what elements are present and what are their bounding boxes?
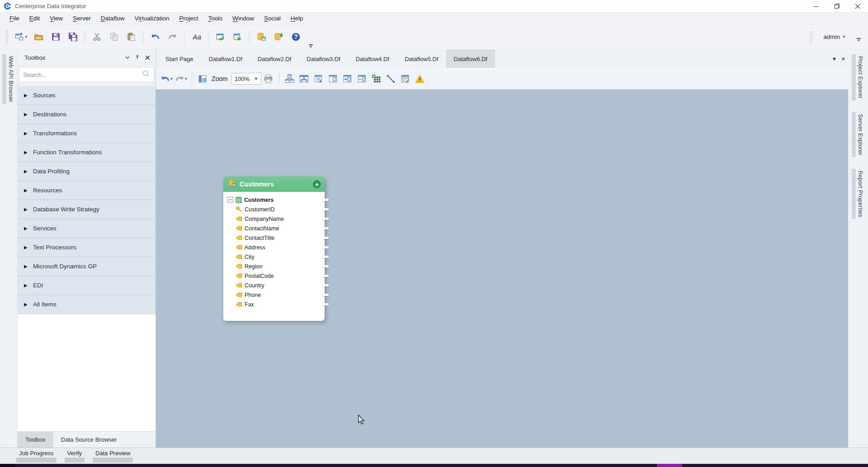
undo-button[interactable]: ▼: [160, 71, 174, 86]
add-grid-object-button[interactable]: [369, 71, 384, 86]
menu-edit[interactable]: Edit: [24, 14, 45, 23]
diagram-overview-button[interactable]: [195, 71, 210, 86]
redo-button[interactable]: [165, 29, 180, 45]
output-port[interactable]: [323, 208, 329, 210]
document-tab-dataflow4-df[interactable]: Dataflow4.Df: [348, 50, 397, 68]
print-button[interactable]: [261, 71, 276, 86]
panel-tab-toolbox[interactable]: Toolbox: [18, 432, 53, 448]
node-field-phone[interactable]: Phone: [223, 290, 325, 300]
output-port[interactable]: [323, 256, 329, 258]
menu-view[interactable]: View: [45, 14, 68, 23]
save-button[interactable]: [48, 29, 63, 45]
paste-button[interactable]: [123, 29, 139, 45]
output-port[interactable]: [323, 275, 329, 277]
node-field-city[interactable]: City: [223, 252, 325, 262]
minimize-button[interactable]: [806, 0, 826, 12]
output-port[interactable]: [323, 303, 329, 305]
bottom-tab-job-progress[interactable]: Job Progress: [16, 448, 57, 462]
swap-panels-button[interactable]: [355, 71, 369, 86]
output-port[interactable]: [323, 227, 329, 229]
node-field-country[interactable]: Country: [223, 281, 325, 290]
cut-button[interactable]: [89, 29, 104, 45]
menu-window[interactable]: Window: [227, 14, 259, 23]
deploy-database-button[interactable]: [254, 29, 269, 45]
document-tab-start page[interactable]: Start Page: [158, 50, 201, 68]
toolbox-category-microsoft-dynamics-gp[interactable]: ▶Microsoft Dynamics GP: [18, 257, 156, 276]
toolbox-category-resources[interactable]: ▶Resources: [18, 181, 156, 200]
auto-layout-button[interactable]: [283, 71, 297, 86]
import-database-button[interactable]: [271, 29, 286, 45]
toolbar-grip-right[interactable]: [810, 31, 812, 43]
node-field-address[interactable]: Address: [223, 243, 325, 252]
collapse-expander-icon[interactable]: −: [227, 197, 233, 203]
node-field-customerid[interactable]: CustomerID: [223, 205, 325, 214]
menu-project[interactable]: Project: [174, 14, 203, 23]
bottom-tab-data-preview[interactable]: Data Preview: [93, 448, 133, 462]
show-properties-panel-button[interactable]: [326, 71, 340, 86]
output-port[interactable]: [323, 265, 329, 267]
output-port[interactable]: [323, 218, 329, 220]
show-warnings-button[interactable]: [413, 71, 427, 86]
verify-window-button[interactable]: [212, 29, 228, 45]
run-dataflow-button[interactable]: [230, 29, 245, 45]
menu-virtualization[interactable]: Virtualization: [129, 14, 174, 23]
node-field-companyname[interactable]: CompanyName: [223, 214, 325, 224]
menu-file[interactable]: File: [5, 14, 24, 23]
save-all-button[interactable]: [65, 29, 80, 45]
toolbox-category-function-transformations[interactable]: ▶Function Transformations: [18, 143, 156, 162]
toolbox-category-destinations[interactable]: ▶Destinations: [18, 105, 156, 124]
close-document-button[interactable]: ✕: [841, 56, 845, 62]
panel-menu-button[interactable]: [123, 53, 132, 62]
panel-tab-data-source-browser[interactable]: Data Source Browser: [53, 432, 125, 448]
toolbox-category-services[interactable]: ▶Services: [18, 219, 156, 238]
close-button[interactable]: [847, 0, 868, 12]
maximize-button[interactable]: [826, 0, 847, 12]
user-menu-button[interactable]: admin ▼: [823, 33, 846, 40]
node-field-region[interactable]: Region: [223, 262, 325, 271]
menu-social[interactable]: Social: [259, 14, 286, 23]
zoom-level-select[interactable]: 100%▼: [231, 73, 261, 85]
tab-list-dropdown-button[interactable]: ▼: [832, 56, 837, 62]
document-tab-dataflow1-df[interactable]: Dataflow1.Df: [201, 50, 250, 68]
toolbar-options-button[interactable]: ▼: [309, 44, 313, 48]
customers-source-node[interactable]: Customers −CustomersCustomerIDCompanyNam…: [223, 176, 325, 321]
output-port[interactable]: [323, 199, 329, 201]
toolbox-category-data-profiling[interactable]: ▶Data Profiling: [18, 162, 156, 181]
collapse-node-button[interactable]: [313, 180, 321, 188]
panel-close-button[interactable]: [143, 53, 152, 62]
font-options-button[interactable]: Aa: [189, 29, 204, 45]
node-field-contactname[interactable]: ContactName: [223, 224, 325, 233]
expand-all-nodes-button[interactable]: [311, 71, 326, 86]
bottom-tab-verify[interactable]: Verify: [65, 448, 85, 462]
dock-tab-server-explorer[interactable]: Server Explorer: [852, 112, 865, 157]
toolbox-category-transformations[interactable]: ▶Transformations: [18, 124, 156, 143]
menu-dataflow[interactable]: Dataflow: [96, 14, 130, 23]
document-tab-dataflow2-df[interactable]: Dataflow2.Df: [250, 50, 299, 68]
node-field-fax[interactable]: Fax: [223, 300, 325, 309]
collapse-panel-button[interactable]: [340, 71, 355, 86]
dock-tab-web-api-browser[interactable]: Web API Browser: [2, 54, 15, 104]
output-port[interactable]: [323, 237, 329, 239]
node-field-contacttitle[interactable]: ContactTitle: [223, 233, 325, 243]
toolbox-category-sources[interactable]: ▶Sources: [18, 86, 156, 105]
node-root-row[interactable]: −Customers: [223, 195, 325, 205]
document-tab-dataflow3-df[interactable]: Dataflow3.Df: [299, 50, 348, 68]
toolbar-grip[interactable]: [5, 29, 8, 45]
toolbox-category-database-write-strategy[interactable]: ▶Database Write Strategy: [18, 200, 156, 219]
output-port[interactable]: [323, 294, 329, 296]
open-file-button[interactable]: [31, 29, 46, 45]
undo-button[interactable]: [147, 29, 163, 45]
toolbox-category-all-items[interactable]: ▶All Items: [18, 295, 156, 314]
menu-help[interactable]: Help: [286, 14, 308, 23]
help-button[interactable]: ?: [288, 29, 303, 45]
dock-tab-project-explorer[interactable]: Project Explorer: [852, 54, 865, 100]
menu-server[interactable]: Server: [68, 14, 96, 23]
preview-output-button[interactable]: 0100110: [398, 71, 413, 86]
document-tab-dataflow5-df[interactable]: Dataflow5.Df: [397, 50, 446, 68]
menu-tools[interactable]: Tools: [203, 14, 227, 23]
layout-orientation-button[interactable]: [297, 71, 311, 86]
toolbox-category-edi[interactable]: ▶EDI: [18, 276, 156, 295]
toolbox-search-input[interactable]: [23, 71, 142, 78]
node-field-postalcode[interactable]: PostalCode: [223, 271, 325, 281]
toolbar-options-button-right[interactable]: ▼: [857, 38, 861, 42]
